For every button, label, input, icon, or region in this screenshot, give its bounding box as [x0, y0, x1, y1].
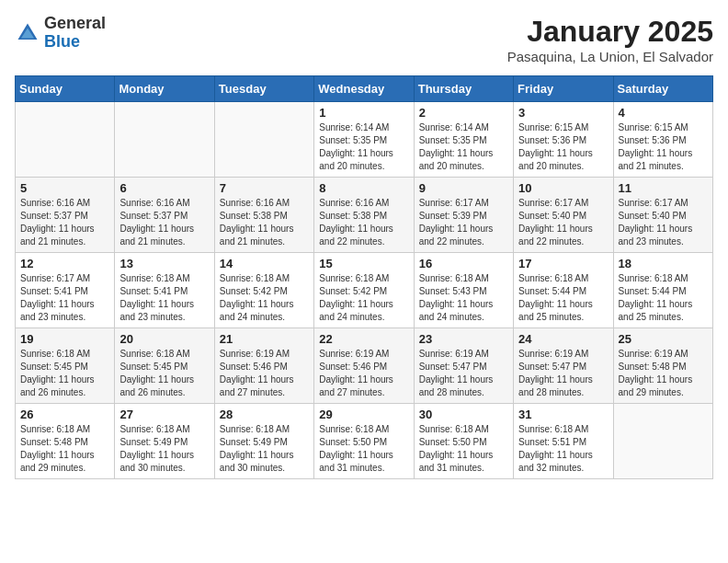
day-info: Sunrise: 6:16 AM Sunset: 5:38 PM Dayligh… [220, 197, 309, 248]
calendar-cell: 29Sunrise: 6:18 AM Sunset: 5:50 PM Dayli… [314, 404, 414, 479]
calendar-cell: 1Sunrise: 6:14 AM Sunset: 5:35 PM Daylig… [314, 102, 414, 178]
weekday-header: Thursday [414, 76, 513, 102]
day-number: 25 [619, 332, 708, 346]
logo-blue: Blue [44, 33, 106, 52]
day-info: Sunrise: 6:17 AM Sunset: 5:39 PM Dayligh… [419, 197, 508, 248]
calendar-cell: 15Sunrise: 6:18 AM Sunset: 5:42 PM Dayli… [314, 253, 414, 328]
calendar-cell: 5Sunrise: 6:16 AM Sunset: 5:37 PM Daylig… [16, 178, 115, 253]
calendar-cell: 10Sunrise: 6:17 AM Sunset: 5:40 PM Dayli… [514, 178, 613, 253]
calendar-cell: 16Sunrise: 6:18 AM Sunset: 5:43 PM Dayli… [414, 253, 513, 328]
day-number: 10 [518, 181, 608, 195]
logo-icon [15, 20, 40, 46]
day-info: Sunrise: 6:17 AM Sunset: 5:40 PM Dayligh… [518, 197, 608, 248]
day-info: Sunrise: 6:17 AM Sunset: 5:41 PM Dayligh… [20, 272, 109, 324]
calendar-table: SundayMondayTuesdayWednesdayThursdayFrid… [15, 75, 713, 479]
day-number: 18 [619, 257, 708, 270]
calendar-cell [115, 102, 214, 178]
day-info: Sunrise: 6:18 AM Sunset: 5:48 PM Dayligh… [20, 423, 109, 475]
logo-text: General Blue [44, 15, 106, 52]
day-number: 9 [419, 181, 508, 195]
title-block: January 2025 Pasaquina, La Union, El Sal… [507, 15, 713, 64]
day-number: 24 [518, 332, 608, 346]
calendar-week-row: 12Sunrise: 6:17 AM Sunset: 5:41 PM Dayli… [16, 253, 713, 328]
day-info: Sunrise: 6:18 AM Sunset: 5:45 PM Dayligh… [119, 348, 209, 399]
day-info: Sunrise: 6:19 AM Sunset: 5:47 PM Dayligh… [518, 348, 608, 399]
day-info: Sunrise: 6:19 AM Sunset: 5:46 PM Dayligh… [319, 348, 408, 399]
calendar-cell [16, 102, 115, 178]
day-info: Sunrise: 6:18 AM Sunset: 5:49 PM Dayligh… [220, 423, 309, 475]
day-number: 2 [419, 106, 508, 120]
calendar-cell [214, 102, 313, 178]
day-number: 14 [220, 257, 309, 270]
calendar-cell: 13Sunrise: 6:18 AM Sunset: 5:41 PM Dayli… [115, 253, 214, 328]
calendar-cell: 3Sunrise: 6:15 AM Sunset: 5:36 PM Daylig… [514, 102, 613, 178]
day-info: Sunrise: 6:14 AM Sunset: 5:35 PM Dayligh… [419, 121, 508, 173]
day-number: 3 [518, 106, 608, 120]
calendar-cell: 6Sunrise: 6:16 AM Sunset: 5:37 PM Daylig… [115, 178, 214, 253]
day-number: 11 [619, 181, 708, 195]
day-number: 8 [319, 181, 408, 195]
day-number: 30 [419, 408, 508, 421]
day-info: Sunrise: 6:18 AM Sunset: 5:42 PM Dayligh… [319, 272, 408, 324]
day-number: 26 [20, 408, 109, 421]
day-info: Sunrise: 6:19 AM Sunset: 5:46 PM Dayligh… [220, 348, 309, 399]
calendar-cell: 17Sunrise: 6:18 AM Sunset: 5:44 PM Dayli… [514, 253, 613, 328]
calendar-cell: 2Sunrise: 6:14 AM Sunset: 5:35 PM Daylig… [414, 102, 513, 178]
day-info: Sunrise: 6:18 AM Sunset: 5:50 PM Dayligh… [419, 423, 508, 475]
calendar-cell: 20Sunrise: 6:18 AM Sunset: 5:45 PM Dayli… [115, 328, 214, 404]
calendar-week-row: 26Sunrise: 6:18 AM Sunset: 5:48 PM Dayli… [16, 404, 713, 479]
page-header: General Blue January 2025 Pasaquina, La … [15, 15, 713, 64]
weekday-header-row: SundayMondayTuesdayWednesdayThursdayFrid… [16, 76, 713, 102]
day-info: Sunrise: 6:18 AM Sunset: 5:44 PM Dayligh… [518, 272, 608, 324]
calendar-cell: 27Sunrise: 6:18 AM Sunset: 5:49 PM Dayli… [115, 404, 214, 479]
day-number: 6 [119, 181, 209, 195]
weekday-header: Saturday [613, 76, 712, 102]
calendar-cell: 30Sunrise: 6:18 AM Sunset: 5:50 PM Dayli… [414, 404, 513, 479]
day-number: 23 [419, 332, 508, 346]
calendar-cell: 24Sunrise: 6:19 AM Sunset: 5:47 PM Dayli… [514, 328, 613, 404]
calendar-cell: 14Sunrise: 6:18 AM Sunset: 5:42 PM Dayli… [214, 253, 313, 328]
day-info: Sunrise: 6:18 AM Sunset: 5:51 PM Dayligh… [518, 423, 608, 475]
calendar-cell: 21Sunrise: 6:19 AM Sunset: 5:46 PM Dayli… [214, 328, 313, 404]
day-number: 21 [220, 332, 309, 346]
calendar-cell: 26Sunrise: 6:18 AM Sunset: 5:48 PM Dayli… [16, 404, 115, 479]
weekday-header: Friday [514, 76, 613, 102]
month-title: January 2025 [507, 15, 713, 49]
calendar-cell: 19Sunrise: 6:18 AM Sunset: 5:45 PM Dayli… [16, 328, 115, 404]
day-info: Sunrise: 6:15 AM Sunset: 5:36 PM Dayligh… [518, 121, 608, 173]
day-number: 15 [319, 257, 408, 270]
day-number: 7 [220, 181, 309, 195]
weekday-header: Sunday [16, 76, 115, 102]
day-number: 20 [119, 332, 209, 346]
day-info: Sunrise: 6:18 AM Sunset: 5:44 PM Dayligh… [619, 272, 708, 324]
weekday-header: Tuesday [214, 76, 313, 102]
calendar-cell: 31Sunrise: 6:18 AM Sunset: 5:51 PM Dayli… [514, 404, 613, 479]
day-info: Sunrise: 6:19 AM Sunset: 5:48 PM Dayligh… [619, 348, 708, 399]
day-info: Sunrise: 6:19 AM Sunset: 5:47 PM Dayligh… [419, 348, 508, 399]
day-info: Sunrise: 6:16 AM Sunset: 5:37 PM Dayligh… [119, 197, 209, 248]
calendar-cell: 22Sunrise: 6:19 AM Sunset: 5:46 PM Dayli… [314, 328, 414, 404]
day-number: 19 [20, 332, 109, 346]
day-number: 29 [319, 408, 408, 421]
day-number: 31 [518, 408, 608, 421]
day-info: Sunrise: 6:18 AM Sunset: 5:43 PM Dayligh… [419, 272, 508, 324]
day-info: Sunrise: 6:18 AM Sunset: 5:50 PM Dayligh… [319, 423, 408, 475]
day-number: 1 [319, 106, 408, 120]
calendar-cell: 18Sunrise: 6:18 AM Sunset: 5:44 PM Dayli… [613, 253, 712, 328]
weekday-header: Monday [115, 76, 214, 102]
location-title: Pasaquina, La Union, El Salvador [507, 49, 713, 64]
day-info: Sunrise: 6:16 AM Sunset: 5:37 PM Dayligh… [20, 197, 109, 248]
day-info: Sunrise: 6:18 AM Sunset: 5:49 PM Dayligh… [119, 423, 209, 475]
calendar-cell: 12Sunrise: 6:17 AM Sunset: 5:41 PM Dayli… [16, 253, 115, 328]
day-number: 4 [619, 106, 708, 120]
day-info: Sunrise: 6:18 AM Sunset: 5:45 PM Dayligh… [20, 348, 109, 399]
weekday-header: Wednesday [314, 76, 414, 102]
calendar-cell: 4Sunrise: 6:15 AM Sunset: 5:36 PM Daylig… [613, 102, 712, 178]
calendar-cell: 28Sunrise: 6:18 AM Sunset: 5:49 PM Dayli… [214, 404, 313, 479]
calendar-cell: 25Sunrise: 6:19 AM Sunset: 5:48 PM Dayli… [613, 328, 712, 404]
day-number: 28 [220, 408, 309, 421]
calendar-week-row: 1Sunrise: 6:14 AM Sunset: 5:35 PM Daylig… [16, 102, 713, 178]
day-info: Sunrise: 6:17 AM Sunset: 5:40 PM Dayligh… [619, 197, 708, 248]
day-info: Sunrise: 6:14 AM Sunset: 5:35 PM Dayligh… [319, 121, 408, 173]
logo: General Blue [15, 15, 106, 52]
